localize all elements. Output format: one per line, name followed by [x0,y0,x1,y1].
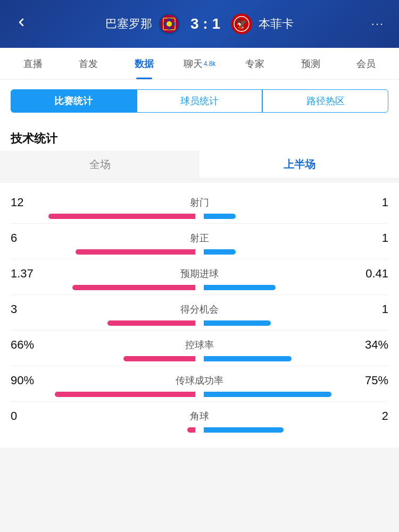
stat-row: 90% 传球成功率 75% [11,366,388,402]
team-left-name: 巴塞罗那 [105,16,152,32]
sub-tab-match-stats[interactable]: 比赛统计 [11,89,137,113]
bar-left [72,285,195,290]
stat-right-value: 1 [356,231,388,245]
bar-left-wrap [11,392,195,397]
tab-data[interactable]: 数据 [117,48,172,79]
bar-right [204,392,331,397]
stat-row: 66% 控球率 34% [11,331,388,366]
stat-bars [11,356,388,361]
stat-row: 0 角球 2 [11,402,388,437]
team-left-logo [157,12,181,36]
bar-right [204,249,236,255]
stat-label: 射门 [43,196,356,209]
svg-text:🦅: 🦅 [236,18,248,30]
header: 巴塞罗那 3 : 1 🦅 本菲卡 ··· [0,0,399,48]
stat-numbers: 12 射门 1 [11,196,388,209]
bar-right [204,427,284,433]
stat-label: 得分机会 [43,303,356,316]
tab-vip[interactable]: 会员 [338,48,394,79]
bar-right-wrap [204,214,388,219]
bar-right-wrap [204,392,388,397]
stat-right-value: 2 [356,409,388,423]
stat-numbers: 6 射正 1 [11,231,388,245]
stat-bars [11,427,388,433]
bar-left-wrap [11,249,195,255]
stat-left-value: 90% [11,374,43,387]
team-right-logo: 🦅 [230,12,253,36]
stat-label: 传球成功率 [43,374,356,387]
back-button[interactable] [11,15,32,32]
stat-right-value: 34% [356,338,388,352]
period-tab-full[interactable]: 全场 [0,151,200,178]
main-tab-bar: 直播 首发 数据 聊天4.8k 专家 预测 会员 [0,48,399,80]
stat-numbers: 1.37 预期进球 0.41 [11,267,388,281]
stat-bars [11,285,388,290]
stat-numbers: 0 角球 2 [11,409,388,423]
more-button[interactable]: ··· [367,17,388,31]
tab-predict[interactable]: 预测 [282,48,338,79]
stat-left-value: 3 [11,302,43,316]
sub-tab-heatmap[interactable]: 路径热区 [262,89,388,113]
period-tab-bar: 全场 上半场 [0,151,399,179]
tab-expert[interactable]: 专家 [227,48,282,79]
bar-right-wrap [204,427,388,433]
bar-right-wrap [204,285,388,290]
bar-right-wrap [204,320,388,326]
stat-row: 1.37 预期进球 0.41 [11,259,388,295]
tab-lineup[interactable]: 首发 [61,48,116,79]
stat-row: 6 射正 1 [11,224,388,259]
sub-tab-bar: 比赛统计 球员统计 路径热区 [0,80,399,122]
stat-left-value: 0 [11,409,43,423]
bar-left [76,249,195,255]
bar-right-wrap [204,356,388,361]
svg-point-4 [167,21,172,27]
stat-left-value: 12 [11,196,43,209]
stat-label: 角球 [43,410,356,423]
bar-left-wrap [11,320,195,326]
period-tab-first-half[interactable]: 上半场 [200,151,399,178]
tab-live[interactable]: 直播 [5,48,61,79]
bar-right [204,285,276,290]
bar-right [204,356,292,361]
stats-container: 12 射门 1 6 射正 1 [0,183,399,447]
stat-right-value: 1 [356,196,388,209]
stat-label: 控球率 [43,339,356,351]
stat-label: 射正 [43,232,356,244]
stat-bars [11,249,388,255]
bar-right-wrap [204,249,388,255]
stat-right-value: 0.41 [356,267,388,281]
stat-label: 预期进球 [43,267,356,280]
bar-left [55,392,195,397]
bar-left-wrap [11,356,195,361]
tab-chat[interactable]: 聊天4.8k [172,48,227,79]
stat-numbers: 90% 传球成功率 75% [11,374,388,387]
bar-left-wrap [11,214,195,219]
sub-tab-player-stats[interactable]: 球员统计 [137,89,263,113]
stat-bars [11,392,388,397]
bar-left-wrap [11,427,195,433]
chat-badge: 4.8k [204,60,216,67]
stat-right-value: 1 [356,302,388,316]
stat-bars [11,320,388,326]
stat-left-value: 1.37 [11,267,43,281]
stat-numbers: 66% 控球率 34% [11,338,388,352]
stat-row: 3 得分机会 1 [11,295,388,331]
match-score: 3 : 1 [190,15,220,32]
stat-numbers: 3 得分机会 1 [11,302,388,316]
bar-right [204,320,271,326]
bar-left [48,214,195,219]
bar-right [204,214,236,219]
match-info: 巴塞罗那 3 : 1 🦅 本菲卡 [32,12,367,36]
stat-left-value: 6 [11,231,43,245]
bar-left [107,320,195,326]
bar-left [123,356,195,361]
bar-left [187,427,195,433]
stat-bars [11,214,388,219]
stat-row: 12 射门 1 [11,188,388,224]
team-right-name: 本菲卡 [259,16,294,32]
stat-right-value: 75% [356,374,388,387]
section-title: 技术统计 [0,122,399,151]
stat-left-value: 66% [11,338,43,352]
bar-left-wrap [11,285,195,290]
